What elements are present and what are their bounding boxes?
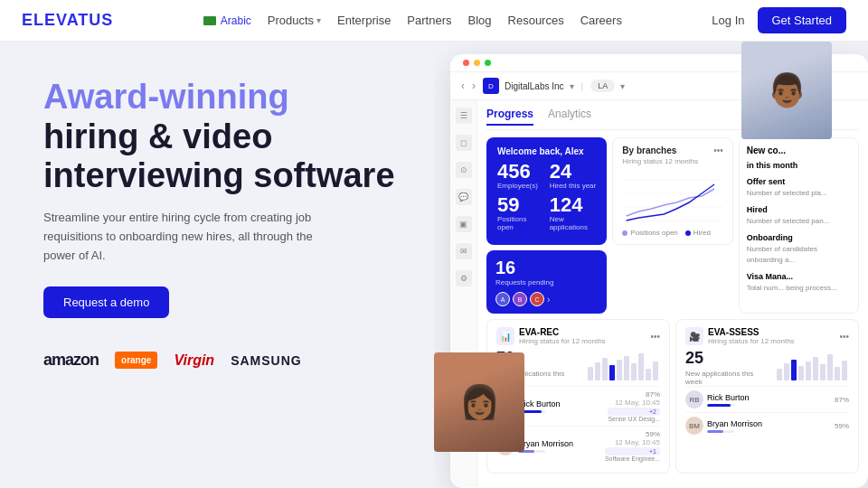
svg-rect-15 (784, 363, 789, 380)
new-column-card: New co... in this month Offer sent Numbe… (739, 137, 859, 314)
nav-careers[interactable]: Careers (580, 14, 622, 27)
legend-positions-label: Positions open (630, 229, 677, 237)
eva-ssess-persons: RB Rick Burton 87% (685, 386, 849, 438)
logo-strip: amazon orange Virgin SAMSUNG (43, 351, 398, 370)
sidebar-icon-4[interactable]: 💬 (456, 189, 472, 205)
eva-rec-icon: 📊 (496, 327, 514, 345)
eva-ssess-title-wrap: EVA-SSESS Hiring status for 12 months (708, 327, 795, 345)
person-count-0: +2 (608, 408, 660, 416)
eva-ssess-subtitle: Hiring status for 12 months (708, 337, 795, 345)
tab-analytics[interactable]: Analytics (548, 108, 591, 126)
svg-rect-19 (813, 357, 818, 380)
svg-rect-9 (624, 356, 629, 380)
svg-rect-22 (835, 367, 840, 380)
new-col-item-1: Offer sent Number of selected pla... (747, 177, 851, 198)
minimize-dot (474, 60, 480, 66)
virgin-logo: Virgin (174, 352, 214, 369)
stat-positions-label: Positions open (497, 215, 544, 231)
nav-enterprise[interactable]: Enterprise (337, 14, 391, 27)
nav-back-icon[interactable]: ‹ (461, 80, 465, 92)
person-date-1: 12 May, 10:45 (605, 438, 660, 446)
eva-ssess-body: 25 New applications this week (685, 349, 849, 386)
eva-rec-title: EVA-REC (519, 327, 606, 337)
eva-ssess-chart-svg (777, 349, 849, 380)
login-button[interactable]: Log In (712, 14, 744, 27)
eva-ssess-pct-bar-0 (707, 404, 734, 407)
svg-rect-18 (806, 361, 811, 380)
requests-label: Requests pending (495, 278, 598, 286)
location-tag[interactable]: LA (590, 80, 615, 92)
nav-blog[interactable]: Blog (468, 14, 492, 27)
branches-card: By branches Hiring status 12 months ••• (612, 137, 732, 245)
stat-positions: 59 Positions open (497, 195, 544, 231)
legend-hired-label: Hired (693, 229, 711, 237)
get-started-button[interactable]: Get Started (758, 7, 846, 33)
new-col-title: New co... (747, 145, 851, 155)
stat-applications: 124 New applications (550, 195, 597, 231)
logo-rest: LEVATUS (33, 11, 113, 29)
hero-title-highlight: Award-winning (43, 78, 289, 116)
person-pct-1: 59% (605, 430, 660, 438)
sidebar-icon-6[interactable]: ✉ (456, 243, 472, 259)
branches-more-icon[interactable]: ••• (713, 145, 723, 155)
person-name-0: Rick Burton (518, 399, 604, 408)
chevron-down-icon: ▾ (316, 15, 321, 25)
branches-chart (622, 171, 722, 225)
eva-ssess-person-avatar-1: BM (685, 417, 703, 435)
eva-ssess-person-name-1: Bryan Morrison (707, 419, 831, 428)
legend-positions-dot (622, 230, 627, 236)
nav-arabic[interactable]: Arabic (203, 14, 251, 27)
nav-forward-icon[interactable]: › (472, 80, 476, 92)
close-dot (463, 60, 469, 66)
sidebar-icon-1[interactable]: ☰ (456, 108, 472, 124)
stat-employees-label: Employee(s) (497, 182, 544, 190)
main-content: Award-winning hiring & video interviewin… (0, 42, 868, 488)
eva-ssess-num-wrap: 25 New applications this week (685, 349, 769, 386)
sidebar-icon-2[interactable]: ◻ (456, 135, 472, 151)
stat-hired: 24 Hired this year (550, 162, 597, 190)
requests-card: 16 Requests pending A B C › (486, 250, 607, 314)
mini-avatar-3: C (530, 292, 544, 306)
stat-employees-num: 456 (497, 162, 544, 182)
nav-partners[interactable]: Partners (407, 14, 451, 27)
nav-products[interactable]: Products ▾ (268, 14, 321, 27)
welcome-greeting: Welcome back, Alex (497, 146, 596, 156)
svg-rect-17 (798, 366, 804, 380)
company-selector[interactable]: D DigitalLabs Inc ▾ | LA ▾ (483, 78, 625, 94)
new-col-item-4: Visa Mana... Total num... being process.… (747, 272, 851, 293)
eva-ssess-icon: 🎥 (685, 327, 703, 345)
nav-resources[interactable]: Resources (508, 14, 564, 27)
demo-button[interactable]: Request a demo (43, 286, 169, 318)
svg-rect-23 (842, 361, 847, 380)
nav-arabic-label: Arabic (221, 14, 251, 27)
svg-rect-6 (602, 358, 608, 380)
tab-progress[interactable]: Progress (486, 108, 533, 126)
branches-title-wrap: By branches Hiring status 12 months (622, 145, 698, 171)
sidebar-icon-7[interactable]: ⚙ (456, 270, 472, 286)
stat-employees: 456 Employee(s) (497, 162, 544, 190)
eva-ssess-pct-bar-1 (707, 430, 734, 433)
eva-rec-chart-svg (588, 349, 660, 380)
person-date-0: 12 May, 10:45 (608, 399, 660, 407)
hero-title: Award-winning hiring & video interviewin… (43, 78, 398, 196)
eva-ssess-more-icon[interactable]: ••• (839, 332, 849, 342)
eva-ssess-num: 25 (685, 349, 769, 368)
eva-ssess-person-row-1: BM Bryan Morrison 59% (685, 412, 849, 438)
eva-ssess-person-avatar-0: RB (685, 390, 703, 408)
avatar-next-icon[interactable]: › (547, 295, 550, 305)
hero-subtitle: Streamline your entire hiring cycle from… (43, 209, 333, 265)
branches-chart-svg (622, 171, 722, 225)
eva-rec-chart-area (588, 349, 660, 384)
logo-e: E (22, 11, 33, 29)
logo[interactable]: ELEVATUS (22, 11, 113, 30)
welcome-card: Welcome back, Alex 456 Employee(s) 24 Hi… (486, 137, 607, 245)
bottom-cards: 📊 EVA-REC Hiring status for 12 months ••… (486, 319, 859, 474)
sidebar-icon-5[interactable]: ▣ (456, 216, 472, 232)
sidebar-icon-3[interactable]: ⊙ (456, 162, 472, 178)
dashboard-main: Progress Analytics Welcome back, Alex 45… (477, 100, 868, 487)
avatar-row: A B C › (495, 292, 598, 306)
eva-rec-more-icon[interactable]: ••• (650, 332, 660, 342)
nav-links: Arabic Products ▾ Enterprise Partners Bl… (203, 14, 622, 27)
hero-left: Award-winning hiring & video interviewin… (0, 42, 434, 488)
eva-rec-header: 📊 EVA-REC Hiring status for 12 months ••… (496, 327, 660, 345)
